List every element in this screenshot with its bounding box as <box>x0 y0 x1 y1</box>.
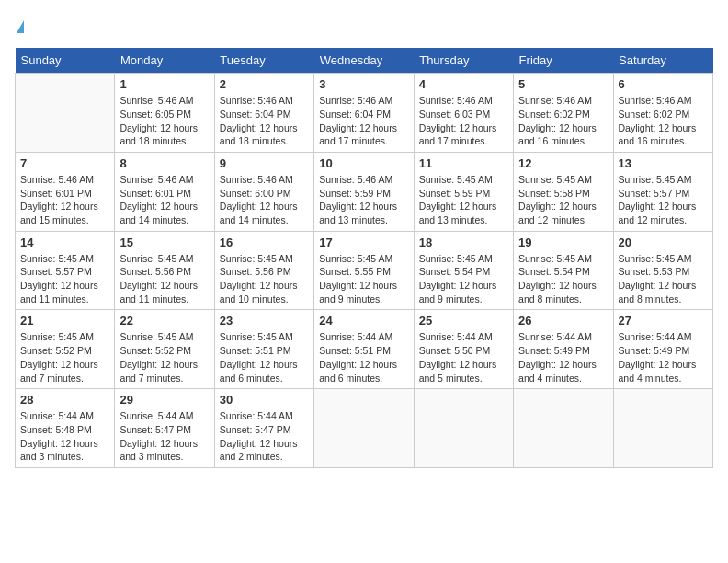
logo <box>15 15 24 37</box>
day-number: 8 <box>119 156 209 170</box>
calendar-cell: 20Sunrise: 5:45 AM Sunset: 5:53 PM Dayli… <box>613 231 712 310</box>
calendar-cell: 23Sunrise: 5:45 AM Sunset: 5:51 PM Dayli… <box>214 310 313 389</box>
day-number: 6 <box>619 77 708 91</box>
day-info: Sunrise: 5:46 AM Sunset: 6:03 PM Dayligh… <box>419 94 508 148</box>
day-number: 27 <box>619 314 708 327</box>
calendar-cell <box>414 389 513 468</box>
calendar-table: SundayMondayTuesdayWednesdayThursdayFrid… <box>15 48 713 468</box>
column-header-tuesday: Tuesday <box>214 48 313 74</box>
calendar-cell: 18Sunrise: 5:45 AM Sunset: 5:54 PM Dayli… <box>414 231 513 310</box>
day-info: Sunrise: 5:45 AM Sunset: 5:54 PM Dayligh… <box>518 252 608 306</box>
day-number: 12 <box>518 156 608 170</box>
column-header-saturday: Saturday <box>613 48 712 74</box>
day-number: 7 <box>20 156 109 170</box>
calendar-cell <box>314 389 414 468</box>
calendar-cell: 17Sunrise: 5:45 AM Sunset: 5:55 PM Dayli… <box>314 231 414 310</box>
calendar-week-1: 1Sunrise: 5:46 AM Sunset: 6:05 PM Daylig… <box>16 74 713 153</box>
calendar-week-3: 14Sunrise: 5:45 AM Sunset: 5:57 PM Dayli… <box>16 231 713 310</box>
day-number: 21 <box>20 314 109 327</box>
calendar-cell: 19Sunrise: 5:45 AM Sunset: 5:54 PM Dayli… <box>514 231 613 310</box>
calendar-cell: 11Sunrise: 5:45 AM Sunset: 5:59 PM Dayli… <box>414 152 513 231</box>
day-info: Sunrise: 5:45 AM Sunset: 5:56 PM Dayligh… <box>119 252 209 306</box>
logo-icon <box>17 20 24 33</box>
calendar-cell <box>16 74 115 153</box>
calendar-cell <box>514 389 613 468</box>
day-number: 26 <box>518 314 608 327</box>
calendar-cell: 12Sunrise: 5:45 AM Sunset: 5:58 PM Dayli… <box>514 152 613 231</box>
column-header-monday: Monday <box>115 48 214 74</box>
calendar-cell: 21Sunrise: 5:45 AM Sunset: 5:52 PM Dayli… <box>16 310 115 389</box>
day-number: 14 <box>20 236 109 249</box>
column-header-sunday: Sunday <box>16 48 115 74</box>
day-info: Sunrise: 5:46 AM Sunset: 5:59 PM Dayligh… <box>319 173 408 227</box>
page-header <box>15 15 713 37</box>
day-number: 30 <box>220 393 309 407</box>
column-header-wednesday: Wednesday <box>314 48 414 74</box>
calendar-cell: 4Sunrise: 5:46 AM Sunset: 6:03 PM Daylig… <box>414 74 513 153</box>
day-info: Sunrise: 5:46 AM Sunset: 6:02 PM Dayligh… <box>518 94 608 148</box>
calendar-cell: 22Sunrise: 5:45 AM Sunset: 5:52 PM Dayli… <box>115 310 214 389</box>
day-info: Sunrise: 5:45 AM Sunset: 5:52 PM Dayligh… <box>20 330 109 385</box>
day-number: 29 <box>119 393 209 407</box>
day-info: Sunrise: 5:44 AM Sunset: 5:47 PM Dayligh… <box>220 409 309 464</box>
day-number: 16 <box>220 236 309 249</box>
day-info: Sunrise: 5:45 AM Sunset: 5:59 PM Dayligh… <box>419 173 508 227</box>
day-number: 17 <box>319 236 408 249</box>
day-number: 5 <box>518 77 608 91</box>
day-info: Sunrise: 5:45 AM Sunset: 5:57 PM Dayligh… <box>619 173 708 227</box>
day-number: 24 <box>319 314 408 327</box>
calendar-cell: 6Sunrise: 5:46 AM Sunset: 6:02 PM Daylig… <box>613 74 712 153</box>
day-info: Sunrise: 5:45 AM Sunset: 5:53 PM Dayligh… <box>619 252 708 306</box>
day-number: 23 <box>220 314 309 327</box>
day-number: 15 <box>119 236 209 249</box>
day-number: 4 <box>419 77 508 91</box>
calendar-cell: 5Sunrise: 5:46 AM Sunset: 6:02 PM Daylig… <box>514 74 613 153</box>
day-info: Sunrise: 5:45 AM Sunset: 5:56 PM Dayligh… <box>220 252 309 306</box>
day-number: 2 <box>220 77 309 91</box>
calendar-cell: 28Sunrise: 5:44 AM Sunset: 5:48 PM Dayli… <box>16 389 115 468</box>
day-info: Sunrise: 5:44 AM Sunset: 5:48 PM Dayligh… <box>20 409 109 464</box>
calendar-header-row: SundayMondayTuesdayWednesdayThursdayFrid… <box>16 48 713 74</box>
calendar-body: 1Sunrise: 5:46 AM Sunset: 6:05 PM Daylig… <box>16 74 713 468</box>
calendar-cell: 29Sunrise: 5:44 AM Sunset: 5:47 PM Dayli… <box>115 389 214 468</box>
day-info: Sunrise: 5:44 AM Sunset: 5:50 PM Dayligh… <box>419 330 508 385</box>
day-info: Sunrise: 5:45 AM Sunset: 5:57 PM Dayligh… <box>20 252 109 306</box>
day-info: Sunrise: 5:44 AM Sunset: 5:49 PM Dayligh… <box>619 330 708 385</box>
calendar-cell: 10Sunrise: 5:46 AM Sunset: 5:59 PM Dayli… <box>314 152 414 231</box>
day-info: Sunrise: 5:45 AM Sunset: 5:55 PM Dayligh… <box>319 252 408 306</box>
day-number: 9 <box>220 156 309 170</box>
calendar-cell: 3Sunrise: 5:46 AM Sunset: 6:04 PM Daylig… <box>314 74 414 153</box>
day-number: 25 <box>419 314 508 327</box>
day-info: Sunrise: 5:46 AM Sunset: 6:04 PM Dayligh… <box>319 94 408 148</box>
day-number: 19 <box>518 236 608 249</box>
calendar-cell <box>613 389 712 468</box>
calendar-cell: 14Sunrise: 5:45 AM Sunset: 5:57 PM Dayli… <box>16 231 115 310</box>
day-number: 1 <box>119 77 209 91</box>
day-number: 28 <box>20 393 109 407</box>
day-number: 22 <box>119 314 209 327</box>
calendar-cell: 27Sunrise: 5:44 AM Sunset: 5:49 PM Dayli… <box>613 310 712 389</box>
day-info: Sunrise: 5:45 AM Sunset: 5:52 PM Dayligh… <box>119 330 209 385</box>
calendar-cell: 8Sunrise: 5:46 AM Sunset: 6:01 PM Daylig… <box>115 152 214 231</box>
day-number: 20 <box>619 236 708 249</box>
day-info: Sunrise: 5:46 AM Sunset: 6:05 PM Dayligh… <box>119 94 209 148</box>
column-header-thursday: Thursday <box>414 48 513 74</box>
calendar-week-2: 7Sunrise: 5:46 AM Sunset: 6:01 PM Daylig… <box>16 152 713 231</box>
day-number: 18 <box>419 236 508 249</box>
day-info: Sunrise: 5:46 AM Sunset: 6:01 PM Dayligh… <box>20 173 109 227</box>
calendar-cell: 24Sunrise: 5:44 AM Sunset: 5:51 PM Dayli… <box>314 310 414 389</box>
calendar-week-4: 21Sunrise: 5:45 AM Sunset: 5:52 PM Dayli… <box>16 310 713 389</box>
calendar-cell: 13Sunrise: 5:45 AM Sunset: 5:57 PM Dayli… <box>613 152 712 231</box>
day-info: Sunrise: 5:44 AM Sunset: 5:47 PM Dayligh… <box>119 409 209 464</box>
column-header-friday: Friday <box>514 48 613 74</box>
day-number: 13 <box>619 156 708 170</box>
day-info: Sunrise: 5:44 AM Sunset: 5:51 PM Dayligh… <box>319 330 408 385</box>
calendar-cell: 7Sunrise: 5:46 AM Sunset: 6:01 PM Daylig… <box>16 152 115 231</box>
calendar-cell: 1Sunrise: 5:46 AM Sunset: 6:05 PM Daylig… <box>115 74 214 153</box>
calendar-cell: 9Sunrise: 5:46 AM Sunset: 6:00 PM Daylig… <box>214 152 313 231</box>
calendar-cell: 15Sunrise: 5:45 AM Sunset: 5:56 PM Dayli… <box>115 231 214 310</box>
day-info: Sunrise: 5:45 AM Sunset: 5:54 PM Dayligh… <box>419 252 508 306</box>
day-info: Sunrise: 5:45 AM Sunset: 5:51 PM Dayligh… <box>220 330 309 385</box>
day-info: Sunrise: 5:44 AM Sunset: 5:49 PM Dayligh… <box>518 330 608 385</box>
day-info: Sunrise: 5:46 AM Sunset: 6:04 PM Dayligh… <box>220 94 309 148</box>
